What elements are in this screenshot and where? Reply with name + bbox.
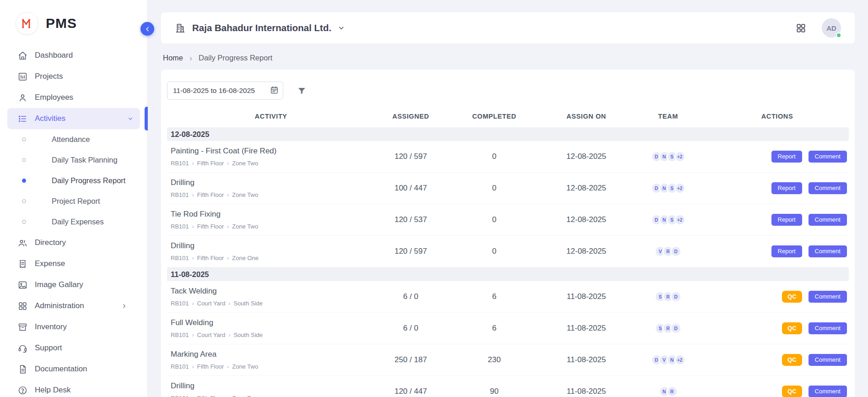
sidebar-subitem-daily-progress-report[interactable]: Daily Progress Report (0, 170, 147, 191)
sidebar-item-image-gallery[interactable]: Image Gallary (0, 274, 147, 295)
path-segment: South Side (233, 332, 263, 338)
logo-row: PMS (0, 0, 147, 44)
assigned-value: 120 / 447 (375, 387, 446, 396)
sidebar-item-expense[interactable]: Expense (0, 253, 147, 274)
report-button[interactable]: Report (771, 182, 802, 194)
report-button[interactable]: Report (771, 151, 802, 163)
qc-button[interactable]: QC (782, 354, 802, 366)
sidebar-item-label: Activities (35, 114, 65, 123)
sidebar-item-label: Image Gallary (35, 280, 83, 289)
sidebar-subitem-daily-expenses[interactable]: Daily Expenses (0, 212, 147, 232)
comment-button[interactable]: Comment (809, 214, 847, 226)
sidebar-subitem-daily-task-planning[interactable]: Daily Task Planning (0, 150, 147, 170)
comment-button[interactable]: Comment (809, 291, 847, 303)
report-button[interactable]: Report (771, 214, 802, 226)
assigned-value: 120 / 537 (375, 215, 446, 224)
administration-icon (17, 301, 27, 311)
chevron-right-icon: › (227, 224, 229, 229)
chevron-right-icon: › (227, 192, 229, 198)
qc-button[interactable]: QC (782, 386, 802, 397)
path-segment: Zone Two (232, 223, 258, 230)
home-icon (17, 50, 27, 60)
assign-on-value: 11-08-2025 (542, 324, 631, 333)
main-area: Raja Bahadur International Ltd. AD Home … (148, 0, 868, 397)
top-header-bar: Raja Bahadur International Ltd. AD (161, 12, 855, 44)
activity-cell: Drilling RB101›Fifth Floor›Zone One (167, 241, 375, 261)
sidebar-subitem-label: Daily Expenses (52, 218, 104, 226)
breadcrumb: Home › Daily Progress Report (163, 54, 855, 62)
table-row: Drilling RB101›Fifth Floor›Zone Two 100 … (167, 173, 849, 204)
path-segment: Fifth Floor (197, 363, 224, 370)
activity-path: RB101›Fifth Floor›Zone Two (171, 363, 375, 370)
path-segment: RB101 (171, 223, 189, 230)
activity-path: RB101›Fifth Floor›Zone Two (171, 160, 375, 167)
breadcrumb-home[interactable]: Home (163, 54, 183, 62)
qc-button[interactable]: QC (782, 291, 802, 303)
bullet-icon (22, 220, 26, 224)
support-icon (17, 343, 27, 353)
sidebar-subitem-project-report[interactable]: Project Report (0, 191, 147, 212)
chevron-down-icon (338, 24, 345, 32)
sidebar-item-projects[interactable]: Projects (0, 66, 147, 87)
comment-button[interactable]: Comment (809, 386, 847, 397)
assign-on-value: 12-08-2025 (542, 215, 631, 224)
date-range-picker[interactable] (167, 82, 283, 100)
table-row: Drilling RB101›Fifth Floor›Zone One 120 … (167, 236, 849, 267)
team-extra-count: +2 (674, 214, 685, 225)
path-segment: RB101 (171, 395, 189, 397)
column-header-completed: COMPLETED (447, 113, 542, 120)
sidebar-collapse-button[interactable] (140, 22, 154, 36)
activity-cell: Tie Rod Fixing RB101›Fifth Floor›Zone Tw… (167, 210, 375, 230)
row-actions: QCComment (706, 322, 849, 334)
filter-icon[interactable] (297, 86, 307, 96)
path-segment: Zone Two (232, 395, 258, 397)
comment-button[interactable]: Comment (809, 151, 847, 163)
activity-title: Marking Area (171, 350, 375, 359)
activity-cell: Full Welding RB101›Court Yard›South Side (167, 318, 375, 338)
sidebar-item-activities[interactable]: Activities (7, 108, 140, 129)
path-segment: Zone Two (232, 363, 258, 370)
filter-row (167, 82, 849, 100)
bullet-icon (22, 199, 26, 203)
comment-button[interactable]: Comment (809, 245, 847, 257)
bullet-icon (22, 137, 26, 141)
sidebar-item-label: Administration (35, 301, 84, 310)
sidebar-item-label: Directory (35, 238, 66, 247)
date-range-input[interactable] (167, 82, 283, 100)
assign-on-value: 11-08-2025 (542, 387, 631, 396)
sidebar-item-label: Employees (35, 93, 73, 102)
sidebar-item-dashboard[interactable]: Dashboard (0, 45, 147, 66)
sidebar-item-help-desk[interactable]: Help Desk (0, 380, 147, 397)
assigned-value: 120 / 597 (375, 152, 446, 161)
sidebar-item-documentation[interactable]: Documentation (0, 359, 147, 380)
sidebar-item-inventory[interactable]: Inventory (0, 316, 147, 337)
team-member-avatar: D (670, 291, 681, 302)
completed-value: 6 (447, 324, 542, 333)
chevron-right-icon: › (227, 161, 229, 166)
sidebar-item-label: Help Desk (35, 386, 70, 395)
company-selector[interactable]: Raja Bahadur International Ltd. (175, 22, 345, 33)
table-row: Painting - First Coat (Fire Red) RB101›F… (167, 141, 849, 173)
apps-grid-icon[interactable] (796, 23, 806, 33)
sidebar-item-administration[interactable]: Administration (0, 295, 147, 316)
sidebar-item-support[interactable]: Support (0, 337, 147, 359)
path-segment: RB101 (171, 160, 189, 167)
sidebar-nav: Dashboard Projects Employees Activities … (0, 44, 147, 397)
sidebar-subitem-attendance[interactable]: Attendance (0, 129, 147, 150)
sidebar-item-label: Expense (35, 259, 65, 268)
chevron-right-icon: › (227, 256, 229, 261)
row-actions: QCComment (706, 291, 849, 303)
team-avatars: DVN+2 (631, 354, 706, 365)
chevron-right-icon: › (189, 54, 192, 62)
report-button[interactable]: Report (771, 245, 802, 257)
team-extra-count: +2 (674, 354, 685, 365)
comment-button[interactable]: Comment (809, 322, 847, 334)
sidebar-item-directory[interactable]: Directory (0, 232, 147, 253)
comment-button[interactable]: Comment (809, 182, 847, 194)
bullet-icon (22, 179, 26, 183)
qc-button[interactable]: QC (782, 322, 802, 334)
sidebar-item-employees[interactable]: Employees (0, 87, 147, 108)
user-avatar[interactable]: AD (822, 18, 841, 38)
comment-button[interactable]: Comment (809, 354, 847, 366)
team-extra-count: +2 (674, 183, 685, 194)
